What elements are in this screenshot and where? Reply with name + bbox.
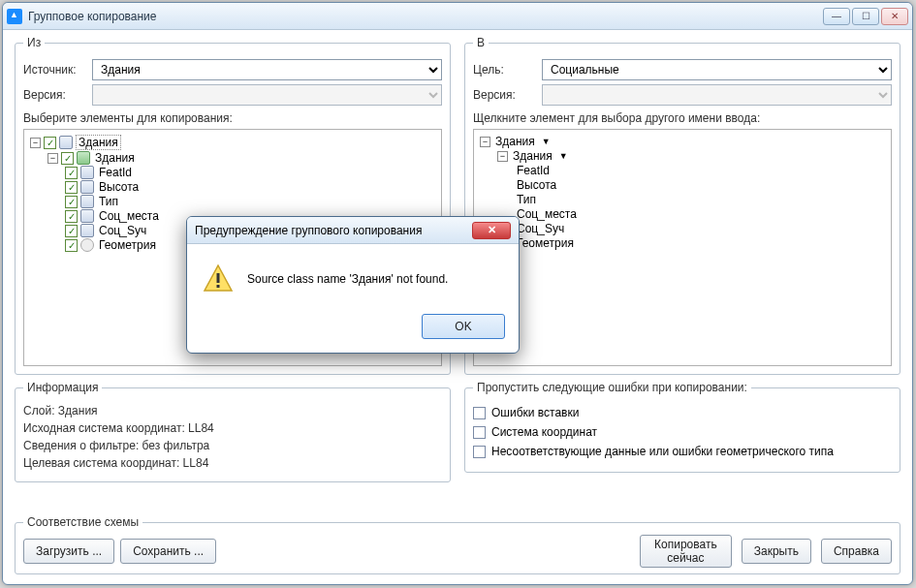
warning-dialog: Предупреждение группового копирования ✕ … (186, 216, 520, 354)
table-icon (77, 151, 90, 165)
window-title: Групповое копирование (28, 10, 823, 23)
field-icon (80, 209, 94, 223)
save-button[interactable]: Сохранить ... (120, 539, 216, 564)
tree-leaf[interactable]: Геометрия (97, 238, 158, 252)
tree-root-editing[interactable]: Здания (76, 135, 121, 150)
dialog-message: Source class name 'Здания' not found. (247, 272, 448, 286)
errors-fieldset: Пропустить следующие ошибки при копирова… (464, 381, 900, 473)
help-button[interactable]: Справка (821, 539, 892, 564)
tree-leaf[interactable]: Соц_места (515, 207, 579, 221)
dialog-titlebar[interactable]: Предупреждение группового копирования ✕ (187, 217, 519, 244)
checkbox[interactable] (65, 181, 78, 194)
copy-now-button[interactable]: Копировать сейчас (640, 535, 732, 568)
field-icon (80, 180, 94, 194)
tree-leaf[interactable]: Тип (515, 193, 538, 206)
tree-leaf[interactable]: Тип (97, 195, 120, 208)
checkbox-geom-errors[interactable] (473, 446, 486, 458)
schema-mapping-legend: Соответствие схемы (23, 515, 142, 529)
target-select[interactable]: Социальные (542, 59, 892, 80)
window-close-button[interactable]: ✕ (881, 8, 908, 25)
checkbox[interactable] (65, 225, 78, 237)
checkbox[interactable] (65, 239, 78, 252)
close-button[interactable]: Закрыть (742, 539, 811, 564)
warning-icon (203, 263, 234, 294)
target-version-label: Версия: (473, 88, 536, 102)
tree-leaf[interactable]: Соц_Syч (515, 222, 566, 235)
source-version-select (92, 84, 442, 106)
target-tree-label: Щелкните элемент для выбора другого имен… (473, 111, 892, 125)
checkbox[interactable] (65, 210, 78, 223)
field-icon (80, 224, 94, 237)
dialog-ok-button[interactable]: OK (422, 314, 505, 339)
source-version-label: Версия: (23, 88, 86, 102)
svg-rect-2 (217, 285, 220, 288)
expander-icon[interactable]: − (47, 153, 58, 164)
target-label: Цель: (473, 63, 536, 77)
schema-mapping-fieldset: Соответствие схемы Загрузить ... Сохрани… (15, 515, 900, 574)
svg-rect-1 (217, 273, 220, 283)
expander-icon[interactable]: − (480, 137, 490, 147)
dialog-title: Предупреждение группового копирования (195, 224, 472, 237)
tree-node[interactable]: Здания (93, 151, 137, 165)
field-icon (80, 166, 94, 179)
tree-leaf[interactable]: Соц_Syч (97, 224, 148, 237)
field-icon (80, 195, 94, 208)
tree-leaf[interactable]: FeatId (515, 164, 552, 177)
source-tree-label: Выберите элементы для копирования: (23, 111, 442, 125)
errors-legend: Пропустить следующие ошибки при копирова… (473, 381, 751, 394)
maximize-button[interactable]: ☐ (852, 8, 879, 25)
target-fieldset: В Цель: Социальные Версия: Щелкните элем… (464, 36, 900, 375)
target-legend: В (473, 36, 489, 49)
source-label: Источник: (23, 63, 86, 77)
minimize-button[interactable]: — (823, 8, 850, 25)
expander-icon[interactable]: − (30, 138, 41, 148)
geometry-icon (80, 238, 94, 252)
expander-icon[interactable]: − (497, 151, 508, 162)
source-select[interactable]: Здания (92, 59, 442, 80)
dialog-close-button[interactable]: ✕ (472, 222, 511, 239)
info-filter: Сведения о фильтре: без фильтра (23, 439, 442, 452)
tree-node[interactable]: Здания (511, 149, 554, 163)
source-legend: Из (23, 36, 45, 49)
titlebar[interactable]: Групповое копирование — ☐ ✕ (3, 3, 912, 30)
checkbox-cs-errors[interactable] (473, 426, 486, 439)
tree-root[interactable]: Здания (493, 135, 537, 148)
target-tree[interactable]: − Здания ▼ − Здания ▼ (473, 129, 892, 366)
checkbox[interactable] (61, 152, 74, 165)
checkbox[interactable] (44, 137, 56, 149)
info-fieldset: Информация Слой: Здания Исходная система… (15, 381, 451, 482)
app-icon (7, 9, 22, 24)
checkbox-insert-errors[interactable] (473, 407, 486, 419)
tree-leaf[interactable]: Высота (515, 178, 558, 192)
info-dest-cs: Целевая система координат: LL84 (23, 456, 442, 470)
tree-leaf[interactable]: FeatId (97, 166, 134, 179)
label-insert-errors: Ошибки вставки (491, 406, 579, 419)
schema-icon (59, 136, 73, 149)
target-version-select (542, 84, 892, 106)
label-geom-errors: Несоответствующие данные или ошибки геом… (491, 445, 834, 458)
tree-leaf[interactable]: Высота (97, 180, 141, 194)
chevron-down-icon[interactable]: ▼ (559, 151, 568, 161)
label-cs-errors: Система координат (491, 425, 597, 439)
tree-leaf[interactable]: Соц_места (97, 209, 161, 223)
checkbox[interactable] (65, 167, 78, 179)
info-layer: Слой: Здания (23, 404, 442, 418)
info-legend: Информация (23, 381, 102, 394)
info-source-cs: Исходная система координат: LL84 (23, 421, 442, 435)
checkbox[interactable] (65, 196, 78, 208)
load-button[interactable]: Загрузить ... (23, 539, 114, 564)
tree-leaf[interactable]: Геометрия (515, 236, 576, 250)
chevron-down-icon[interactable]: ▼ (542, 137, 551, 146)
